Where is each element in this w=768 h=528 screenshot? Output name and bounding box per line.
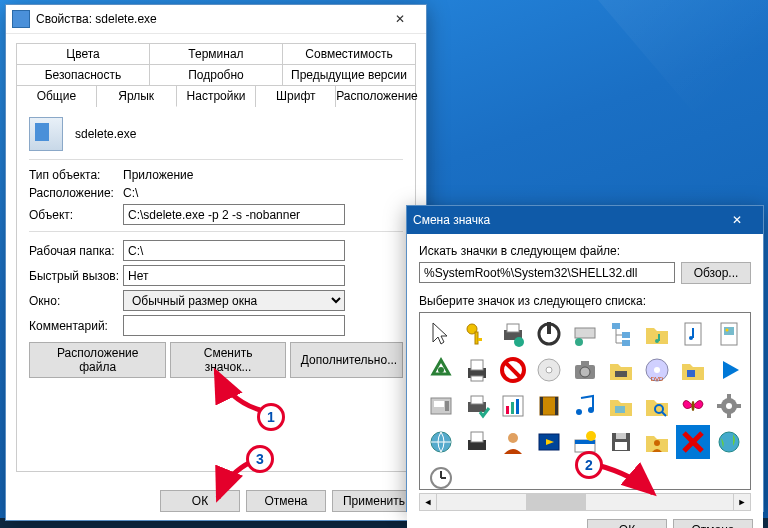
delete-icon[interactable] (676, 425, 710, 459)
disk-folder-icon[interactable] (604, 353, 638, 387)
titlebar[interactable]: Свойства: sdelete.exe ✕ (6, 5, 426, 34)
music-icon[interactable] (568, 389, 602, 423)
scroll-left-icon[interactable]: ◄ (419, 493, 437, 511)
app-icon (12, 10, 30, 28)
cancel-button[interactable]: Отмена (673, 519, 753, 528)
play-icon[interactable] (712, 353, 746, 387)
scroll-track[interactable] (437, 493, 733, 511)
tree-icon[interactable] (604, 317, 638, 351)
film-icon[interactable] (532, 389, 566, 423)
printer-alt-icon[interactable] (460, 425, 494, 459)
svg-point-32 (654, 367, 660, 373)
pictures-folder-icon[interactable] (604, 389, 638, 423)
tab-layout[interactable]: Расположение (336, 85, 416, 107)
icon-path-input[interactable] (419, 262, 675, 283)
search-label: Искать значки в следующем файле: (419, 244, 751, 258)
svg-rect-22 (471, 376, 483, 381)
printer-share-icon[interactable] (496, 317, 530, 351)
video-folder-icon[interactable] (676, 353, 710, 387)
key-icon[interactable] (460, 317, 494, 351)
tab-colors[interactable]: Цвета (16, 43, 150, 64)
printer-icon[interactable] (460, 353, 494, 387)
audio-file-icon[interactable] (676, 317, 710, 351)
titlebar[interactable]: Смена значка ✕ (407, 206, 763, 234)
blocked-icon[interactable] (496, 353, 530, 387)
svg-rect-70 (616, 433, 626, 439)
open-location-button[interactable]: Расположение файла (29, 342, 166, 378)
svg-rect-38 (445, 401, 449, 411)
music-folder-icon[interactable] (640, 317, 674, 351)
power-icon[interactable] (532, 317, 566, 351)
comment-input[interactable] (123, 315, 345, 336)
butterfly-icon[interactable] (676, 389, 710, 423)
svg-rect-40 (471, 396, 483, 404)
tab-font[interactable]: Шрифт (256, 85, 336, 107)
tab-compat[interactable]: Совместимость (283, 43, 416, 64)
advanced-button[interactable]: Дополнительно... (290, 342, 403, 378)
printer-check-icon[interactable] (460, 389, 494, 423)
dvd-icon[interactable]: DVD (640, 353, 674, 387)
type-value: Приложение (123, 168, 193, 182)
target-label: Объект: (29, 208, 123, 222)
target-input[interactable] (123, 204, 345, 225)
hotkey-label: Быстрый вызов: (29, 269, 123, 283)
svg-rect-30 (615, 371, 627, 377)
svg-rect-12 (622, 340, 630, 346)
picture-file-icon[interactable] (712, 317, 746, 351)
tab-prev[interactable]: Предыдущие версии (283, 64, 416, 85)
svg-rect-37 (434, 401, 444, 407)
scroll-thumb[interactable] (526, 494, 586, 510)
cursor-icon[interactable] (424, 317, 458, 351)
window-select[interactable]: Обычный размер окна (123, 290, 345, 311)
workdir-input[interactable] (123, 240, 345, 261)
clock-icon[interactable] (424, 461, 458, 490)
browse-button[interactable]: Обзор... (681, 262, 751, 284)
tab-security[interactable]: Безопасность (16, 64, 150, 85)
settings-icon[interactable] (712, 389, 746, 423)
tab-shortcut[interactable]: Ярлык (97, 85, 177, 107)
apply-button[interactable]: Применить (332, 490, 416, 512)
scroll-right-icon[interactable]: ► (733, 493, 751, 511)
svg-rect-21 (471, 360, 483, 370)
tab-settings[interactable]: Настройки (177, 85, 257, 107)
ok-button[interactable]: ОК (587, 519, 667, 528)
svg-rect-17 (724, 327, 734, 335)
filename-label: sdelete.exe (75, 127, 136, 141)
properties-window: Свойства: sdelete.exe ✕ Цвета Терминал С… (5, 4, 427, 521)
globe-icon[interactable] (712, 425, 746, 459)
recycle-icon[interactable] (424, 353, 458, 387)
pick-label: Выберите значок из следующего списка: (419, 294, 751, 308)
fax-icon[interactable] (424, 389, 458, 423)
window-title: Свойства: sdelete.exe (36, 12, 378, 26)
close-icon[interactable]: ✕ (378, 5, 422, 33)
tab-terminal[interactable]: Терминал (150, 43, 283, 64)
network-icon[interactable] (424, 425, 458, 459)
tab-details[interactable]: Подробно (150, 64, 283, 85)
hotkey-input[interactable] (123, 265, 345, 286)
svg-rect-56 (727, 394, 731, 399)
svg-point-9 (575, 338, 583, 346)
camera-icon[interactable] (568, 353, 602, 387)
svg-rect-1 (475, 332, 478, 344)
close-icon[interactable]: ✕ (715, 206, 759, 234)
network-drive-icon[interactable] (568, 317, 602, 351)
svg-rect-4 (507, 324, 519, 332)
video-file-icon[interactable] (532, 425, 566, 459)
user-icon[interactable] (496, 425, 530, 459)
floppy-icon[interactable] (604, 425, 638, 459)
chart-icon[interactable] (496, 389, 530, 423)
svg-rect-29 (581, 361, 589, 366)
svg-rect-8 (575, 328, 595, 338)
scrollbar[interactable]: ◄ ► (419, 493, 751, 511)
svg-rect-59 (736, 404, 741, 408)
workdir-label: Рабочая папка: (29, 244, 123, 258)
marker-3: 3 (246, 445, 274, 473)
svg-rect-47 (555, 397, 558, 415)
tab-general[interactable]: Общие (16, 85, 97, 107)
search-folder-icon[interactable] (640, 389, 674, 423)
svg-rect-44 (516, 399, 519, 414)
disc-icon[interactable] (532, 353, 566, 387)
folder-person-icon[interactable] (640, 425, 674, 459)
svg-point-53 (692, 401, 695, 411)
svg-point-19 (438, 367, 444, 373)
